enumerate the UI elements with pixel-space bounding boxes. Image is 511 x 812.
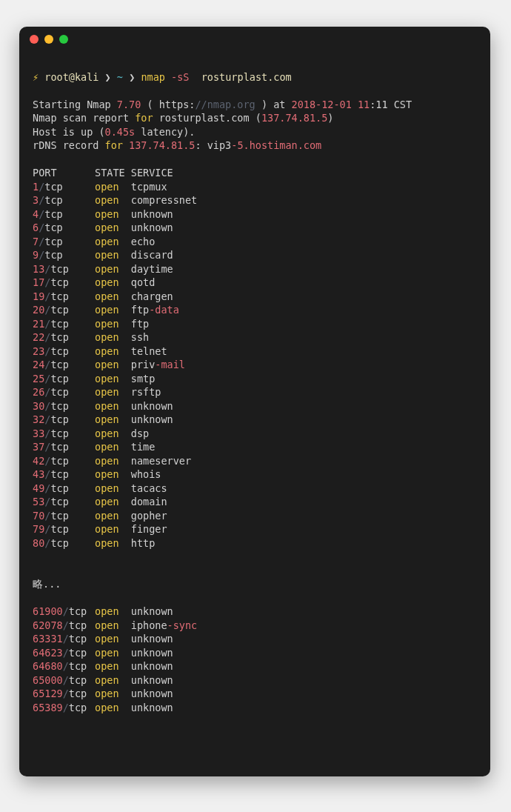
table-row: 9/tcp open discard [33, 248, 197, 262]
user-host: root@kali [44, 71, 98, 83]
output-line: rDNS record for 137.74.81.5: vip3-5.host… [33, 139, 321, 151]
state-cell: open [95, 180, 131, 194]
table-row: 17/tcp open qotd [33, 276, 197, 290]
port-cell: 25/tcp [33, 372, 95, 386]
service-cell: http [131, 536, 197, 550]
service-cell: telnet [131, 345, 197, 359]
output-line: Host is up (0.45s latency). [33, 126, 195, 138]
table-row: 33/tcp open dsp [33, 427, 197, 441]
table-row: 26/tcp open rsftp [33, 385, 197, 399]
service-cell: unknown [131, 207, 197, 222]
service-cell: nameserver [131, 454, 197, 468]
state-cell: open [95, 701, 131, 715]
port-cell: 17/tcp [33, 276, 95, 290]
state-cell: open [95, 358, 131, 372]
port-cell: 9/tcp [33, 248, 95, 262]
service-cell: compressnet [131, 193, 197, 207]
state-cell: open [95, 605, 131, 619]
table-row: 43/tcp open whois [33, 467, 197, 482]
port-cell: 79/tcp [33, 522, 95, 536]
port-cell: 49/tcp [33, 482, 95, 496]
state-cell: open [95, 440, 131, 454]
port-cell: 61900/tcp [33, 605, 95, 619]
table-row: 1/tcp open tcpmux [33, 180, 197, 194]
ports-table: PORTSTATESERVICE 1/tcp open tcpmux3/tcp … [33, 166, 197, 550]
minimize-icon[interactable] [44, 35, 53, 44]
table-row: 23/tcp open telnet [33, 345, 197, 359]
service-cell: unknown [131, 659, 197, 673]
state-cell: open [95, 345, 131, 359]
state-cell: open [95, 399, 131, 413]
port-cell: 26/tcp [33, 385, 95, 399]
table-row: 7/tcp open echo [33, 235, 197, 249]
port-cell: 24/tcp [33, 358, 95, 372]
service-cell: rsftp [131, 385, 197, 399]
port-cell: 64680/tcp [33, 659, 95, 673]
table-row: 65389/tcp open unknown [33, 701, 197, 715]
port-cell: 70/tcp [33, 509, 95, 523]
port-cell: 21/tcp [33, 317, 95, 331]
service-cell: unknown [131, 632, 197, 646]
service-cell: daytime [131, 262, 197, 276]
state-cell: open [95, 454, 131, 468]
command-base: nmap [141, 71, 165, 83]
port-cell: 37/tcp [33, 440, 95, 454]
table-row: 62078/tcp open iphone-sync [33, 619, 197, 633]
port-cell: 30/tcp [33, 399, 95, 413]
service-cell: tacacs [131, 482, 197, 496]
service-cell: iphone-sync [131, 619, 197, 633]
table-row: 65000/tcp open unknown [33, 673, 197, 688]
state-cell: open [95, 522, 131, 536]
terminal-body[interactable]: ⚡ root@kali ❯ ~ ❯ nmap -sS rosturplast.c… [19, 52, 490, 755]
state-cell: open [95, 221, 131, 235]
state-cell: open [95, 646, 131, 660]
separator-icon: ❯ [105, 71, 111, 83]
port-cell: 13/tcp [33, 262, 95, 276]
terminal-window: ⚡ root@kali ❯ ~ ❯ nmap -sS rosturplast.c… [19, 27, 490, 776]
service-cell: time [131, 440, 197, 454]
service-cell: whois [131, 467, 197, 482]
port-cell: 33/tcp [33, 427, 95, 441]
blank-line [33, 592, 39, 604]
state-cell: open [95, 385, 131, 399]
service-cell: unknown [131, 673, 197, 688]
table-row: 21/tcp open ftp [33, 317, 197, 331]
bolt-icon: ⚡ [33, 71, 39, 83]
command-flag: -sS [171, 71, 189, 83]
state-cell: open [95, 413, 131, 427]
service-cell: unknown [131, 221, 197, 235]
service-cell: unknown [131, 687, 197, 701]
table-row: 25/tcp open smtp [33, 372, 197, 386]
blank-line [33, 565, 39, 576]
state-cell: open [95, 193, 131, 207]
state-cell: open [95, 632, 131, 646]
service-cell: unknown [131, 701, 197, 715]
command-target: rosturplast.com [201, 71, 292, 83]
service-cell: qotd [131, 276, 197, 290]
table-row: 22/tcp open ssh [33, 330, 197, 345]
port-cell: 64623/tcp [33, 646, 95, 660]
state-cell: open [95, 427, 131, 441]
port-cell: 22/tcp [33, 330, 95, 345]
table-row: 70/tcp open gopher [33, 509, 197, 523]
table-row: 42/tcp open nameserver [33, 454, 197, 468]
service-cell: finger [131, 522, 197, 536]
output-line: Starting Nmap 7.70 ( https://nmap.org ) … [33, 99, 412, 110]
state-cell: open [95, 207, 131, 222]
service-cell: gopher [131, 509, 197, 523]
col-service-header: SERVICE [131, 166, 197, 180]
port-cell: 19/tcp [33, 290, 95, 304]
prompt-line: ⚡ root@kali ❯ ~ ❯ nmap -sS rosturplast.c… [33, 70, 477, 84]
cwd: ~ [117, 71, 123, 83]
maximize-icon[interactable] [59, 35, 68, 44]
state-cell: open [95, 509, 131, 523]
port-cell: 80/tcp [33, 536, 95, 550]
close-icon[interactable] [30, 35, 39, 44]
service-cell: chargen [131, 290, 197, 304]
col-port-header: PORT [33, 166, 95, 180]
service-cell: unknown [131, 646, 197, 660]
blank-line [33, 153, 39, 165]
service-cell: dsp [131, 427, 197, 441]
service-cell: tcpmux [131, 180, 197, 194]
table-row: 49/tcp open tacacs [33, 482, 197, 496]
